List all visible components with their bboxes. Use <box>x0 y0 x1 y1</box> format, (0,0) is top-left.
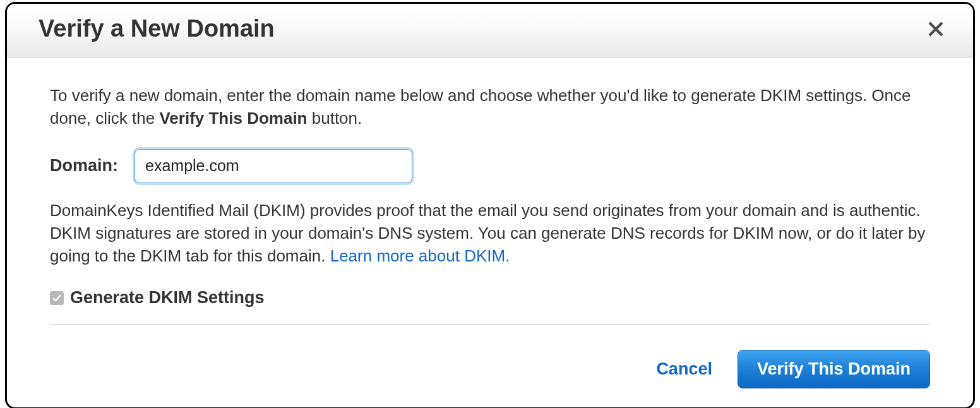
divider <box>50 324 930 325</box>
checkmark-icon <box>52 287 62 309</box>
dialog-body: To verify a new domain, enter the domain… <box>7 58 973 350</box>
learn-more-dkim-link[interactable]: Learn more about DKIM. <box>330 246 510 265</box>
dialog-footer: Cancel Verify This Domain <box>7 350 973 407</box>
close-button[interactable] <box>924 17 948 41</box>
close-icon <box>926 31 945 40</box>
intro-bold: Verify This Domain <box>159 109 307 128</box>
intro-text: To verify a new domain, enter the domain… <box>50 85 930 130</box>
verify-domain-dialog: Verify a New Domain To verify a new doma… <box>5 2 975 408</box>
domain-label: Domain: <box>50 154 118 177</box>
domain-input[interactable] <box>134 149 412 183</box>
dkim-description: DomainKeys Identified Mail (DKIM) provid… <box>50 200 930 268</box>
generate-dkim-label: Generate DKIM Settings <box>70 286 265 309</box>
dialog-header: Verify a New Domain <box>7 4 973 58</box>
domain-field-row: Domain: <box>50 149 930 183</box>
verify-this-domain-button[interactable]: Verify This Domain <box>738 350 930 388</box>
cancel-button[interactable]: Cancel <box>656 359 712 379</box>
dialog-title: Verify a New Domain <box>39 15 275 42</box>
generate-dkim-row[interactable]: Generate DKIM Settings <box>50 286 930 309</box>
intro-suffix: button. <box>308 109 362 128</box>
generate-dkim-checkbox[interactable] <box>50 291 64 305</box>
